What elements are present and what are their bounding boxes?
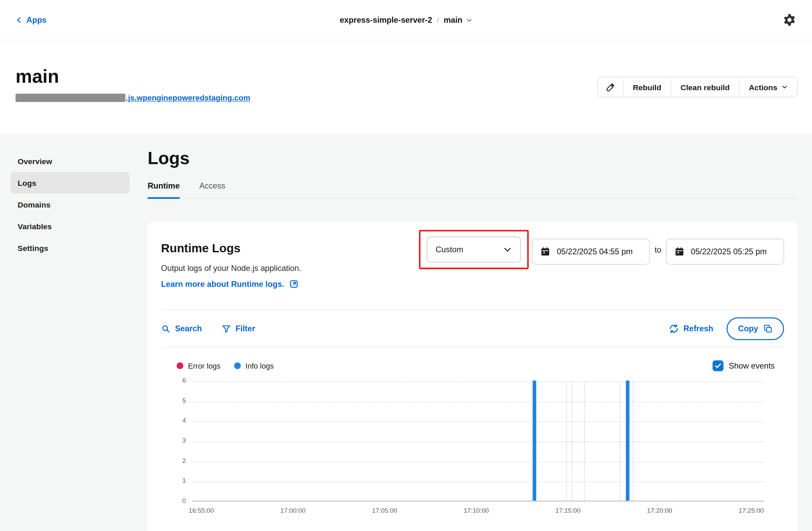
chart-y-tick-label: 6 — [162, 377, 186, 384]
runtime-logs-header: Runtime Logs Output logs of your Node.js… — [161, 230, 784, 304]
chart-y-tick-label: 4 — [162, 417, 186, 424]
search-icon — [161, 324, 170, 333]
app-root: Apps express-simple-server-2 / main main… — [0, 0, 812, 531]
chart-y-tick-label: 0 — [162, 497, 186, 504]
copy-label: Copy — [738, 324, 758, 333]
date-from-value: 05/22/2025 04:55 pm — [556, 247, 633, 256]
legend-item-error-logs: Error logs — [177, 362, 221, 370]
settings-gear-button[interactable] — [783, 13, 796, 27]
chart-y-tick-label: 1 — [162, 477, 186, 484]
legend-label: Info logs — [245, 362, 274, 370]
environment-switcher[interactable]: main — [444, 15, 472, 25]
time-range-value: Custom — [435, 245, 463, 254]
chart-x-tick-label: 17:10:00 — [464, 507, 489, 514]
chart-event-line — [572, 382, 572, 501]
clean-rebuild-button[interactable]: Clean rebuild — [670, 77, 739, 97]
environment-url-suffix: .js.wpenginepoweredstaging.com — [126, 93, 250, 102]
broom-icon — [606, 82, 616, 92]
chart-event-line — [620, 382, 620, 501]
chart-x-tick-label: 17:15:00 — [555, 507, 580, 514]
environment-header: main .js.wpenginepoweredstaging.com Rebu… — [0, 40, 812, 134]
chart-x-tick-label: 17:00:00 — [280, 507, 305, 514]
legend-item-info-logs: Info logs — [234, 362, 274, 370]
logs-toolbar: Search Filter Refresh — [161, 310, 784, 348]
chevron-left-icon — [16, 16, 23, 24]
date-to-field[interactable]: 05/22/2025 05:25 pm — [666, 239, 784, 265]
annotation-highlight: Custom — [419, 230, 529, 269]
sidebar-item-domains[interactable]: Domains — [11, 194, 130, 215]
sidebar-item-logs[interactable]: Logs — [11, 172, 130, 194]
chart-gridline — [192, 442, 764, 442]
chart-x-tick-label: 17:25:00 — [739, 507, 764, 514]
date-range-to-label: to — [655, 246, 662, 255]
environment-url-link[interactable]: .js.wpenginepoweredstaging.com — [16, 93, 250, 102]
legend-label: Error logs — [188, 362, 220, 370]
chart-gridline — [192, 461, 764, 462]
chart-controls-row: Error logs Info logs Show events — [161, 360, 784, 371]
sidebar-item-overview[interactable]: Overview — [11, 150, 130, 172]
refresh-icon — [668, 324, 679, 334]
chart-event-line — [584, 382, 585, 501]
sidebar-item-variables[interactable]: Variables — [11, 215, 130, 237]
copy-button[interactable]: Copy — [726, 318, 784, 340]
checkbox-checked-icon — [713, 360, 724, 371]
chart-gridline — [192, 482, 764, 482]
chart-gridline — [192, 401, 764, 402]
toolbar-right: Refresh Copy — [668, 318, 784, 340]
chart-x-tick-label: 16:55:00 — [189, 507, 214, 514]
calendar-icon — [540, 247, 551, 257]
filter-button[interactable]: Filter — [221, 324, 255, 333]
sidebar-item-settings[interactable]: Settings — [11, 237, 130, 259]
chart-y-tick-label: 2 — [162, 457, 186, 464]
logs-tabs: Runtime Access — [147, 181, 797, 199]
chart-bar — [626, 381, 629, 501]
chevron-down-icon — [782, 84, 787, 90]
breadcrumb: express-simple-server-2 / main — [340, 15, 473, 25]
chart-plot: 012345616:55:0017:00:0017:05:0017:10:001… — [192, 382, 764, 501]
divider — [161, 347, 784, 348]
rebuild-button[interactable]: Rebuild — [623, 77, 670, 97]
tab-runtime[interactable]: Runtime — [147, 181, 180, 199]
chart-y-tick-label: 5 — [162, 397, 186, 404]
tab-access[interactable]: Access — [200, 181, 225, 198]
chart-event-line — [566, 382, 567, 501]
logs-page: Logs Runtime Access Runtime Logs Output … — [147, 134, 797, 531]
date-to-value: 05/22/2025 05:25 pm — [691, 247, 767, 256]
back-to-apps-link[interactable]: Apps — [16, 15, 46, 25]
gear-icon — [783, 13, 796, 27]
chart-bar — [533, 381, 536, 501]
environment-actions-group: Rebuild Clean rebuild Actions — [598, 77, 797, 97]
runtime-logs-card: Runtime Logs Output logs of your Node.js… — [147, 221, 797, 531]
calendar-icon — [674, 247, 685, 257]
runtime-logs-intro: Runtime Logs Output logs of your Node.js… — [161, 241, 301, 289]
show-events-label: Show events — [729, 361, 775, 370]
actions-menu-label: Actions — [749, 83, 778, 91]
show-events-checkbox[interactable]: Show events — [713, 360, 775, 371]
time-range-controls: Custom 05/22/2025 04:55 pm — [419, 230, 784, 269]
redacted-url-segment — [16, 93, 126, 102]
card-title: Runtime Logs — [161, 241, 301, 255]
breadcrumb-environment: main — [444, 15, 462, 25]
content-area: Overview Logs Domains Variables Settings… — [0, 134, 812, 531]
date-from-field[interactable]: 05/22/2025 04:55 pm — [532, 239, 650, 265]
search-label: Search — [175, 324, 202, 333]
chart-gridline — [192, 382, 764, 382]
filter-funnel-icon — [221, 324, 231, 333]
actions-menu-button[interactable]: Actions — [739, 77, 797, 97]
chevron-down-icon — [503, 245, 512, 254]
runtime-logs-chart: 012345616:55:0017:00:0017:05:0017:10:001… — [161, 382, 784, 501]
info-logs-dot-icon — [234, 363, 241, 369]
search-button[interactable]: Search — [161, 324, 202, 333]
refresh-label: Refresh — [683, 324, 713, 333]
error-logs-dot-icon — [177, 363, 184, 369]
time-range-select[interactable]: Custom — [427, 237, 521, 263]
learn-more-link[interactable]: Learn more about Runtime logs. — [161, 279, 299, 289]
copy-icon — [764, 324, 773, 333]
filter-label: Filter — [235, 324, 255, 333]
page-title: Logs — [147, 148, 797, 168]
refresh-button[interactable]: Refresh — [668, 324, 713, 334]
learn-more-label: Learn more about Runtime logs. — [161, 279, 284, 289]
broom-button[interactable] — [598, 77, 623, 97]
chart-x-tick-label: 17:20:00 — [647, 507, 672, 514]
chart-legend: Error logs Info logs — [177, 362, 274, 370]
